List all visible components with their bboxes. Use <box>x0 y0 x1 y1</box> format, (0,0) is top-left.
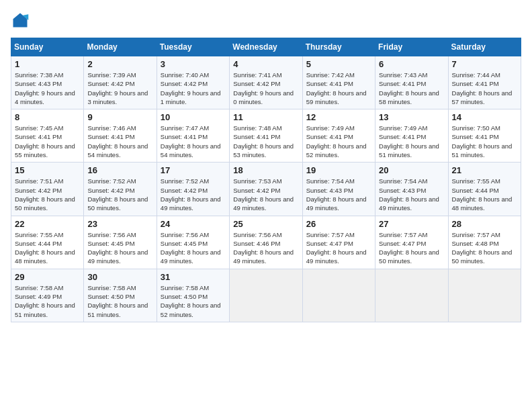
weekday-header: Tuesday <box>157 38 229 56</box>
calendar-cell: 27 Sunrise: 7:57 AM Sunset: 4:47 PM Dayl… <box>375 216 448 269</box>
day-info: Sunrise: 7:51 AM Sunset: 4:42 PM Dayligh… <box>15 177 80 212</box>
day-number: 5 <box>306 59 371 69</box>
day-number: 17 <box>161 165 226 175</box>
day-info: Sunrise: 7:49 AM Sunset: 4:41 PM Dayligh… <box>379 124 444 159</box>
day-number: 27 <box>379 219 444 229</box>
day-number: 9 <box>87 112 152 122</box>
calendar-cell: 17 Sunrise: 7:52 AM Sunset: 4:42 PM Dayl… <box>157 163 229 216</box>
day-number: 24 <box>161 219 226 229</box>
calendar-cell: 21 Sunrise: 7:55 AM Sunset: 4:44 PM Dayl… <box>448 163 521 216</box>
calendar-cell: 19 Sunrise: 7:54 AM Sunset: 4:43 PM Dayl… <box>302 163 375 216</box>
calendar-cell: 6 Sunrise: 7:43 AM Sunset: 4:41 PM Dayli… <box>375 56 448 109</box>
day-number: 21 <box>452 165 517 175</box>
day-info: Sunrise: 7:47 AM Sunset: 4:41 PM Dayligh… <box>161 124 226 159</box>
calendar-cell: 10 Sunrise: 7:47 AM Sunset: 4:41 PM Dayl… <box>157 109 229 163</box>
day-info: Sunrise: 7:53 AM Sunset: 4:42 PM Dayligh… <box>233 177 298 212</box>
day-info: Sunrise: 7:48 AM Sunset: 4:41 PM Dayligh… <box>233 124 298 159</box>
weekday-header: Wednesday <box>230 38 302 56</box>
weekday-header: Saturday <box>448 38 521 56</box>
calendar-cell: 26 Sunrise: 7:57 AM Sunset: 4:47 PM Dayl… <box>302 216 375 269</box>
calendar-cell: 9 Sunrise: 7:46 AM Sunset: 4:41 PM Dayli… <box>84 109 157 163</box>
day-info: Sunrise: 7:58 AM Sunset: 4:50 PM Dayligh… <box>87 283 152 319</box>
calendar-week-row: 1 Sunrise: 7:38 AM Sunset: 4:43 PM Dayli… <box>11 56 521 109</box>
day-number: 22 <box>15 219 80 229</box>
day-number: 30 <box>87 272 152 282</box>
calendar-cell: 15 Sunrise: 7:51 AM Sunset: 4:42 PM Dayl… <box>11 163 84 216</box>
day-number: 13 <box>379 112 444 122</box>
header-row: SundayMondayTuesdayWednesdayThursdayFrid… <box>11 38 521 56</box>
calendar-table: SundayMondayTuesdayWednesdayThursdayFrid… <box>11 38 521 322</box>
calendar-week-row: 8 Sunrise: 7:45 AM Sunset: 4:41 PM Dayli… <box>11 109 521 163</box>
calendar-week-row: 22 Sunrise: 7:55 AM Sunset: 4:44 PM Dayl… <box>11 216 521 269</box>
calendar-cell: 1 Sunrise: 7:38 AM Sunset: 4:43 PM Dayli… <box>11 56 84 109</box>
day-number: 18 <box>233 165 298 175</box>
day-info: Sunrise: 7:56 AM Sunset: 4:45 PM Dayligh… <box>161 230 226 266</box>
calendar-week-row: 29 Sunrise: 7:58 AM Sunset: 4:49 PM Dayl… <box>11 269 521 322</box>
day-number: 23 <box>87 219 152 229</box>
day-number: 3 <box>161 59 226 69</box>
day-info: Sunrise: 7:44 AM Sunset: 4:41 PM Dayligh… <box>452 71 517 106</box>
day-info: Sunrise: 7:56 AM Sunset: 4:45 PM Dayligh… <box>87 230 152 266</box>
calendar-cell: 11 Sunrise: 7:48 AM Sunset: 4:41 PM Dayl… <box>230 109 302 163</box>
calendar-cell: 28 Sunrise: 7:57 AM Sunset: 4:48 PM Dayl… <box>448 216 521 269</box>
day-info: Sunrise: 7:55 AM Sunset: 4:44 PM Dayligh… <box>15 230 80 266</box>
calendar-cell: 29 Sunrise: 7:58 AM Sunset: 4:49 PM Dayl… <box>11 269 84 322</box>
day-number: 15 <box>15 165 80 175</box>
day-number: 26 <box>306 219 371 229</box>
day-info: Sunrise: 7:57 AM Sunset: 4:48 PM Dayligh… <box>452 230 517 266</box>
day-info: Sunrise: 7:39 AM Sunset: 4:42 PM Dayligh… <box>87 71 152 106</box>
calendar-cell: 12 Sunrise: 7:49 AM Sunset: 4:41 PM Dayl… <box>302 109 375 163</box>
day-info: Sunrise: 7:52 AM Sunset: 4:42 PM Dayligh… <box>87 177 152 212</box>
day-info: Sunrise: 7:42 AM Sunset: 4:41 PM Dayligh… <box>306 71 371 106</box>
calendar-cell: 14 Sunrise: 7:50 AM Sunset: 4:41 PM Dayl… <box>448 109 521 163</box>
calendar-cell: 7 Sunrise: 7:44 AM Sunset: 4:41 PM Dayli… <box>448 56 521 109</box>
calendar-cell: 31 Sunrise: 7:58 AM Sunset: 4:50 PM Dayl… <box>157 269 229 322</box>
calendar-cell: 13 Sunrise: 7:49 AM Sunset: 4:41 PM Dayl… <box>375 109 448 163</box>
day-number: 7 <box>452 59 517 69</box>
calendar-week-row: 15 Sunrise: 7:51 AM Sunset: 4:42 PM Dayl… <box>11 163 521 216</box>
day-number: 20 <box>379 165 444 175</box>
calendar-cell: 23 Sunrise: 7:56 AM Sunset: 4:45 PM Dayl… <box>84 216 157 269</box>
day-number: 25 <box>233 219 298 229</box>
day-info: Sunrise: 7:45 AM Sunset: 4:41 PM Dayligh… <box>15 124 80 159</box>
day-number: 2 <box>87 59 152 69</box>
day-info: Sunrise: 7:46 AM Sunset: 4:41 PM Dayligh… <box>87 124 152 159</box>
calendar-cell: 24 Sunrise: 7:56 AM Sunset: 4:45 PM Dayl… <box>157 216 229 269</box>
day-number: 11 <box>233 112 298 122</box>
day-number: 31 <box>161 272 226 282</box>
day-info: Sunrise: 7:38 AM Sunset: 4:43 PM Dayligh… <box>15 71 80 106</box>
calendar-cell <box>448 269 521 322</box>
day-number: 28 <box>452 219 517 229</box>
day-number: 19 <box>306 165 371 175</box>
day-number: 10 <box>161 112 226 122</box>
calendar-cell: 20 Sunrise: 7:54 AM Sunset: 4:43 PM Dayl… <box>375 163 448 216</box>
calendar-cell: 8 Sunrise: 7:45 AM Sunset: 4:41 PM Dayli… <box>11 109 84 163</box>
day-info: Sunrise: 7:57 AM Sunset: 4:47 PM Dayligh… <box>379 230 444 266</box>
calendar-cell: 25 Sunrise: 7:56 AM Sunset: 4:46 PM Dayl… <box>230 216 302 269</box>
day-info: Sunrise: 7:40 AM Sunset: 4:42 PM Dayligh… <box>161 71 226 106</box>
calendar-cell: 30 Sunrise: 7:58 AM Sunset: 4:50 PM Dayl… <box>84 269 157 322</box>
day-info: Sunrise: 7:49 AM Sunset: 4:41 PM Dayligh… <box>306 124 371 159</box>
calendar-cell: 3 Sunrise: 7:40 AM Sunset: 4:42 PM Dayli… <box>157 56 229 109</box>
day-info: Sunrise: 7:54 AM Sunset: 4:43 PM Dayligh… <box>379 177 444 212</box>
calendar-cell: 5 Sunrise: 7:42 AM Sunset: 4:41 PM Dayli… <box>302 56 375 109</box>
calendar-cell: 4 Sunrise: 7:41 AM Sunset: 4:42 PM Dayli… <box>230 56 302 109</box>
day-info: Sunrise: 7:50 AM Sunset: 4:41 PM Dayligh… <box>452 124 517 159</box>
day-number: 29 <box>15 272 80 282</box>
calendar-header: SundayMondayTuesdayWednesdayThursdayFrid… <box>11 38 521 56</box>
weekday-header: Sunday <box>11 38 84 56</box>
day-number: 16 <box>87 165 152 175</box>
calendar-cell: 2 Sunrise: 7:39 AM Sunset: 4:42 PM Dayli… <box>84 56 157 109</box>
weekday-header: Friday <box>375 38 448 56</box>
day-info: Sunrise: 7:56 AM Sunset: 4:46 PM Dayligh… <box>233 230 298 266</box>
calendar-cell: 18 Sunrise: 7:53 AM Sunset: 4:42 PM Dayl… <box>230 163 302 216</box>
day-info: Sunrise: 7:58 AM Sunset: 4:50 PM Dayligh… <box>161 283 226 319</box>
day-info: Sunrise: 7:55 AM Sunset: 4:44 PM Dayligh… <box>452 177 517 212</box>
day-info: Sunrise: 7:41 AM Sunset: 4:42 PM Dayligh… <box>233 71 298 106</box>
calendar-cell: 16 Sunrise: 7:52 AM Sunset: 4:42 PM Dayl… <box>84 163 157 216</box>
weekday-header: Monday <box>84 38 157 56</box>
day-info: Sunrise: 7:52 AM Sunset: 4:42 PM Dayligh… <box>161 177 226 212</box>
day-number: 8 <box>15 112 80 122</box>
day-info: Sunrise: 7:54 AM Sunset: 4:43 PM Dayligh… <box>306 177 371 212</box>
calendar-cell <box>302 269 375 322</box>
